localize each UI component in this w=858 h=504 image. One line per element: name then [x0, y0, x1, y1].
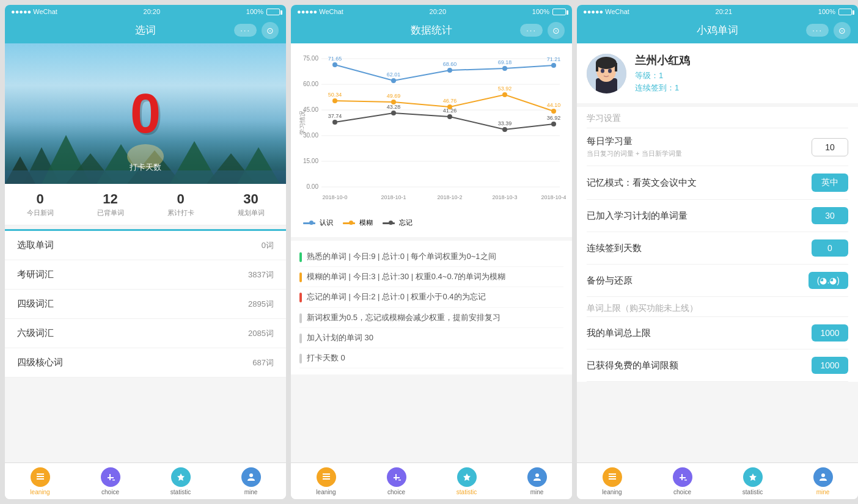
- nav-circle-2[interactable]: ⊙: [548, 22, 565, 39]
- nav-mine-1[interactable]: mine: [216, 467, 286, 495]
- svg-text:33.39: 33.39: [498, 120, 512, 126]
- time-text-2: 20:20: [430, 8, 447, 15]
- nav-dots-3[interactable]: ···: [806, 24, 829, 37]
- mine-icon-3: [813, 467, 833, 487]
- limit-value-0[interactable]: 1000: [812, 324, 848, 341]
- hero-banner: 0 打卡天数: [5, 43, 286, 184]
- svg-text:75.00: 75.00: [303, 55, 318, 62]
- info-line-2: 忘记的单词 | 今日:2 | 总计:0 | 权重小于0.4的为忘记: [299, 287, 563, 307]
- nav-statistic-1[interactable]: statistic: [145, 467, 216, 495]
- nav-label-statistic-1: statistic: [170, 489, 191, 495]
- limit-value-1[interactable]: 1000: [812, 357, 848, 374]
- nav-header-3: 小鸡单词 ··· ⊙: [577, 18, 858, 43]
- limit-label-0: 我的单词总上限: [587, 327, 812, 339]
- battery-icon: [266, 9, 280, 15]
- word-list: 选取单词 0词 考研词汇 3837词 四级词汇 2895词 六级词汇 2085词…: [5, 229, 286, 378]
- settings-value-1[interactable]: 英中: [812, 173, 848, 192]
- svg-point-60: [502, 127, 507, 132]
- nav-leaning-1[interactable]: leaning: [5, 467, 75, 495]
- info-text-2: 忘记的单词 | 今日:2 | 总计:0 | 权重小于0.4的为忘记: [307, 291, 486, 302]
- hero-label: 打卡天数: [130, 162, 161, 173]
- svg-point-39: [447, 68, 452, 73]
- chart-area: 75.00 60.00 45.00 30.00 15.00 0.00 学习情况: [297, 49, 566, 214]
- phone-panel-2: ●●●●● WeChat 20:20 100% 数据统计 ··· ⊙ 75.00…: [291, 5, 572, 499]
- profile-sign: 连续签到：1: [635, 82, 848, 93]
- nav-circle-3[interactable]: ⊙: [834, 22, 851, 39]
- choice-icon-1: [101, 467, 120, 487]
- settings-value-2[interactable]: 30: [812, 207, 848, 224]
- svg-rect-79: [596, 63, 598, 71]
- word-item-0[interactable]: 选取单词 0词: [5, 229, 286, 260]
- svg-text:53.92: 53.92: [498, 86, 512, 92]
- limit-section-title: 单词上限（购买功能未上线）: [587, 297, 848, 317]
- svg-text:43.28: 43.28: [387, 104, 401, 110]
- word-item-3[interactable]: 六级词汇 2085词: [5, 319, 286, 348]
- info-bar-red: [299, 293, 302, 302]
- nav-statistic-2[interactable]: statistic: [431, 467, 502, 495]
- svg-rect-88: [684, 480, 687, 481]
- svg-text:71.21: 71.21: [547, 56, 561, 62]
- nav-label-mine-2: mine: [530, 489, 544, 495]
- choice-icon-3: [673, 467, 692, 487]
- word-item-4[interactable]: 四级核心词 687词: [5, 348, 286, 378]
- settings-title: 学习设置: [587, 107, 848, 128]
- nav-label-statistic-3: statistic: [743, 489, 763, 495]
- svg-text:50.34: 50.34: [328, 92, 342, 98]
- info-line-1: 模糊的单词 | 今日:3 | 总计:30 | 权重0.4~0.7的单词为模糊: [299, 267, 563, 287]
- header-title-2: 数据统计: [411, 23, 452, 37]
- nav-mine-3[interactable]: mine: [788, 467, 858, 495]
- svg-rect-84: [609, 476, 616, 477]
- nav-statistic-3[interactable]: statistic: [717, 467, 788, 495]
- limit-row-0: 我的单词总上限 1000: [587, 317, 848, 349]
- info-line-0: 熟悉的单词 | 今日:9 | 总计:0 | 每个单词权重为0~1之间: [299, 247, 563, 267]
- nav-leaning-2[interactable]: leaning: [291, 467, 361, 495]
- nav-choice-2[interactable]: choice: [361, 467, 431, 495]
- time-text: 20:20: [144, 8, 161, 15]
- svg-text:2018-10-1: 2018-10-1: [381, 194, 406, 200]
- limit-label-1: 已获得免费的单词限额: [587, 360, 812, 371]
- stat-label-2: 累计打卡: [145, 208, 216, 217]
- leaning-icon-3: [603, 467, 622, 487]
- svg-point-81: [601, 68, 604, 73]
- settings-value-4[interactable]: (◕.◕): [809, 272, 848, 289]
- stat-label-0: 今日新词: [5, 208, 75, 217]
- word-item-1[interactable]: 考研词汇 3837词: [5, 260, 286, 290]
- chart-legend: 认识 模糊 忘记: [297, 214, 566, 231]
- signal-text-2: ●●●●● WeChat: [297, 8, 343, 15]
- info-text-4: 加入计划的单词 30: [307, 332, 373, 343]
- settings-label-1: 记忆模式：看英文会议中文: [587, 177, 812, 189]
- svg-rect-16: [112, 480, 115, 481]
- word-item-2[interactable]: 四级词汇 2895词: [5, 290, 286, 319]
- settings-value-0[interactable]: 10: [812, 138, 848, 156]
- svg-text:71.65: 71.65: [328, 56, 342, 62]
- svg-text:2018-10-3: 2018-10-3: [492, 194, 517, 200]
- svg-point-38: [391, 78, 396, 83]
- battery-icon-3: [838, 9, 852, 15]
- svg-text:68.60: 68.60: [443, 61, 457, 67]
- svg-text:0.00: 0.00: [307, 183, 319, 190]
- info-bar-gray-0: [299, 313, 302, 323]
- svg-rect-71: [395, 474, 397, 480]
- svg-text:2018-10-0: 2018-10-0: [322, 194, 347, 200]
- svg-text:46.76: 46.76: [443, 98, 457, 104]
- svg-text:44.10: 44.10: [547, 102, 561, 108]
- svg-text:2018-10-2: 2018-10-2: [437, 194, 462, 200]
- nav-choice-1[interactable]: choice: [75, 467, 145, 495]
- info-text-5: 打卡天数 0: [307, 352, 345, 363]
- nav-dots-1[interactable]: ···: [234, 24, 257, 37]
- nav-label-mine-1: mine: [244, 489, 258, 495]
- limit-row-1: 已获得免费的单词限额 1000: [587, 349, 848, 382]
- nav-circle-1[interactable]: ⊙: [262, 22, 279, 39]
- settings-value-3[interactable]: 0: [812, 239, 848, 257]
- header-title-3: 小鸡单词: [697, 23, 738, 37]
- nav-choice-3[interactable]: choice: [647, 467, 717, 495]
- nav-dots-2[interactable]: ···: [520, 24, 543, 37]
- info-bar-green: [299, 252, 302, 262]
- svg-point-90: [821, 473, 825, 477]
- nav-mine-2[interactable]: mine: [502, 467, 572, 495]
- svg-point-47: [332, 98, 337, 103]
- nav-leaning-3[interactable]: leaning: [577, 467, 647, 495]
- status-bar-1: ●●●●● WeChat 20:20 100%: [5, 5, 286, 18]
- leaning-icon-2: [317, 467, 336, 487]
- svg-point-82: [608, 68, 612, 73]
